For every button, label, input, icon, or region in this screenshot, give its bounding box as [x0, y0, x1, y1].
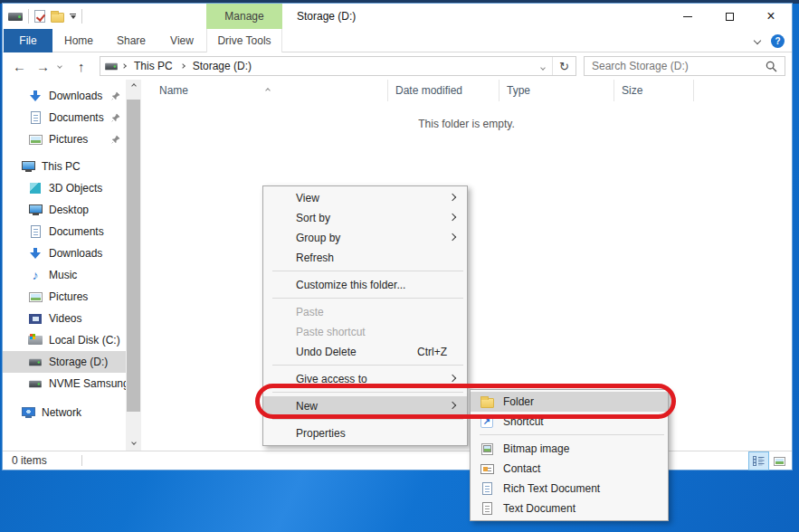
- caption-buttons: ×: [667, 4, 792, 29]
- menu-item-properties[interactable]: Properties: [263, 423, 467, 443]
- scroll-down-icon[interactable]: [126, 436, 141, 449]
- forward-button[interactable]: →: [36, 52, 50, 80]
- minimize-icon: [683, 16, 692, 17]
- sidebar-item-desktop[interactable]: Desktop: [3, 199, 126, 221]
- tab-view[interactable]: View: [157, 29, 206, 52]
- maximize-button[interactable]: [709, 4, 750, 29]
- menu-item-sort-by[interactable]: Sort by: [263, 208, 467, 228]
- tab-file[interactable]: File: [4, 29, 52, 52]
- breadcrumb-location[interactable]: Storage (D:): [193, 60, 252, 72]
- breadcrumb-this-pc[interactable]: This PC: [134, 60, 173, 72]
- sort-ascending-icon: [266, 82, 270, 95]
- sidebar-item-downloads[interactable]: Downloads: [3, 242, 126, 264]
- submenu-item-folder[interactable]: Folder: [471, 392, 668, 412]
- address-bar[interactable]: This PC Storage (D:) ↻: [100, 56, 576, 76]
- sidebar-scrollbar[interactable]: [126, 80, 141, 451]
- back-button[interactable]: ←: [13, 52, 26, 80]
- up-button[interactable]: ↑: [78, 52, 85, 80]
- qat-customize-dropdown-icon[interactable]: [70, 14, 76, 19]
- desktop-icon: [28, 203, 43, 217]
- breadcrumb-chevron-icon[interactable]: [121, 63, 127, 69]
- menu-item-undo-delete[interactable]: Undo DeleteCtrl+Z: [263, 342, 467, 362]
- sidebar-item-nvme-samsung[interactable]: NVME Samsung: [3, 373, 126, 394]
- submenu-item-shortcut[interactable]: ↗ Shortcut: [471, 412, 668, 432]
- sidebar-item-storage-d[interactable]: Storage (D:): [3, 351, 126, 373]
- address-dropdown-icon[interactable]: [534, 60, 552, 72]
- pictures-icon: [28, 132, 43, 147]
- desktop: Manage Storage (D:) × File Home Share Vi…: [0, 0, 799, 532]
- properties-qat-icon[interactable]: [34, 10, 45, 23]
- menu-item-customize-folder[interactable]: Customize this folder...: [263, 275, 467, 295]
- music-icon: ♪: [28, 268, 43, 282]
- column-header-date-modified[interactable]: Date modified: [388, 80, 499, 101]
- tab-share[interactable]: Share: [105, 29, 157, 52]
- menu-separator: [272, 365, 463, 366]
- bitmap-image-icon: [480, 442, 494, 456]
- menu-item-refresh[interactable]: Refresh: [263, 248, 467, 268]
- submenu-arrow-icon: [449, 402, 456, 409]
- sidebar-item-downloads-pinned[interactable]: Downloads: [3, 85, 126, 107]
- menu-item-new[interactable]: New: [263, 396, 467, 416]
- sidebar-item-music[interactable]: ♪ Music: [3, 264, 126, 286]
- pin-icon: [111, 112, 120, 125]
- sidebar-item-pictures[interactable]: Pictures: [3, 286, 126, 308]
- search-icon[interactable]: [758, 61, 785, 72]
- details-view-button[interactable]: [748, 451, 769, 470]
- pictures-icon: [28, 290, 43, 304]
- new-submenu: Folder ↗ Shortcut Bitmap image Contact R…: [470, 389, 669, 521]
- menu-separator: [272, 298, 463, 299]
- sidebar-item-3d-objects[interactable]: 3D Objects: [3, 177, 126, 199]
- sidebar-item-pictures-pinned[interactable]: Pictures: [3, 128, 126, 150]
- menu-item-group-by[interactable]: Group by: [263, 228, 467, 248]
- qat-separator: [81, 9, 82, 24]
- new-folder-qat-icon[interactable]: [51, 13, 64, 23]
- menu-shortcut: Ctrl+Z: [417, 342, 447, 362]
- sidebar-item-documents[interactable]: Documents: [3, 221, 126, 242]
- refresh-icon[interactable]: ↻: [553, 60, 575, 73]
- column-header-size[interactable]: Size: [614, 80, 694, 101]
- qat-separator: [28, 9, 29, 24]
- submenu-item-bitmap-image[interactable]: Bitmap image: [471, 439, 668, 459]
- sidebar-item-documents-pinned[interactable]: Documents: [3, 107, 126, 128]
- items-count: 0 items: [12, 454, 47, 467]
- tab-drive-tools[interactable]: Drive Tools: [206, 29, 282, 52]
- submenu-item-text-document[interactable]: Text Document: [471, 499, 668, 518]
- window-title: Storage (D:): [297, 4, 356, 29]
- submenu-item-contact[interactable]: Contact: [471, 459, 668, 479]
- sidebar-item-local-disk-c[interactable]: Local Disk (C:): [3, 329, 126, 351]
- close-icon: ×: [766, 9, 775, 24]
- rich-text-document-icon: [480, 481, 494, 496]
- sidebar-item-this-pc[interactable]: This PC: [3, 156, 126, 177]
- this-pc-icon: [21, 159, 35, 174]
- address-bar-row: ← → ↑ This PC Storage (D:) ↻: [3, 52, 792, 80]
- pin-icon: [111, 90, 120, 103]
- recent-locations-icon[interactable]: [58, 52, 62, 80]
- minimize-button[interactable]: [667, 4, 709, 29]
- help-icon[interactable]: ?: [771, 34, 785, 48]
- 3d-objects-icon: [28, 181, 43, 195]
- pin-icon: [111, 134, 120, 147]
- submenu-arrow-icon: [449, 375, 456, 382]
- search-box[interactable]: [584, 56, 785, 76]
- quick-access-toolbar: [8, 4, 82, 29]
- breadcrumb-chevron-icon[interactable]: [180, 63, 185, 69]
- menu-item-give-access-to[interactable]: Give access to: [263, 369, 467, 389]
- column-header-type[interactable]: Type: [499, 80, 614, 101]
- sidebar-item-videos[interactable]: Videos: [3, 308, 126, 329]
- menu-separator: [272, 419, 463, 420]
- scrollbar-thumb[interactable]: [127, 100, 140, 412]
- thumbnails-view-button[interactable]: [769, 451, 790, 470]
- tab-home[interactable]: Home: [52, 29, 105, 52]
- contextual-group-manage[interactable]: Manage: [206, 4, 282, 29]
- scroll-up-icon[interactable]: [126, 80, 141, 92]
- search-input[interactable]: [585, 60, 758, 72]
- submenu-item-rich-text-document[interactable]: Rich Text Document: [471, 479, 668, 499]
- empty-folder-message: This folder is empty.: [141, 118, 792, 130]
- downloads-icon: [28, 89, 43, 103]
- menu-separator: [272, 392, 463, 393]
- close-button[interactable]: ×: [750, 4, 792, 29]
- minimize-ribbon-icon[interactable]: [754, 37, 761, 44]
- menu-item-view[interactable]: View: [263, 188, 467, 208]
- document-icon: [28, 110, 43, 125]
- sidebar-item-network[interactable]: Network: [3, 402, 126, 423]
